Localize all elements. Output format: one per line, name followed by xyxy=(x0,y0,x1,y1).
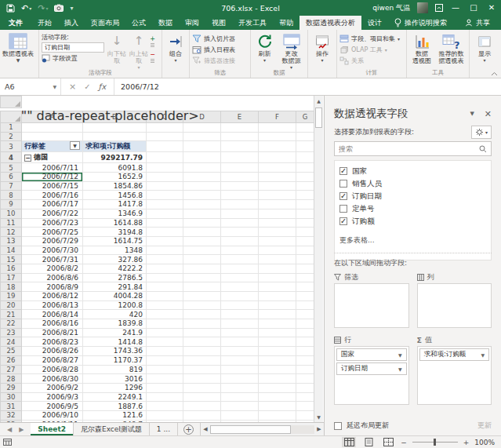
cell[interactable] xyxy=(221,132,259,141)
cell[interactable] xyxy=(183,402,221,411)
cell[interactable] xyxy=(183,310,221,319)
change-data-source-button[interactable]: 更改 数据源 ▾ xyxy=(278,31,305,70)
date-cell[interactable]: 2006/8/23 xyxy=(22,337,83,347)
row-header[interactable]: 32 xyxy=(1,410,22,420)
cell[interactable] xyxy=(147,132,183,141)
scroll-down-icon[interactable]: ▼ xyxy=(314,412,323,422)
cell[interactable] xyxy=(183,328,221,337)
cell[interactable] xyxy=(296,228,314,237)
cell[interactable] xyxy=(221,181,259,191)
actions-button[interactable]: 操作 ▾ xyxy=(310,31,334,63)
cell[interactable] xyxy=(259,132,296,141)
minimize-icon[interactable]: — xyxy=(450,0,461,16)
value-cell[interactable]: 2786.5 xyxy=(83,273,147,282)
ribbon-tab[interactable]: 视图 xyxy=(205,16,232,30)
cell[interactable] xyxy=(221,173,259,182)
cell[interactable] xyxy=(259,319,296,329)
field-item[interactable]: 销售人员 xyxy=(339,177,486,190)
fields-items-sets-button[interactable]: 字段、项目和集 ▾ xyxy=(339,34,400,44)
cell[interactable] xyxy=(221,337,259,347)
select-all-corner[interactable] xyxy=(1,111,22,123)
cell[interactable] xyxy=(296,282,314,292)
cell[interactable] xyxy=(147,292,183,301)
field-item[interactable]: 国家 xyxy=(339,165,486,177)
value-cell[interactable]: 1417.8 xyxy=(83,200,147,209)
row-header[interactable]: 26 xyxy=(1,355,22,365)
date-cell[interactable]: 2006/8/27 xyxy=(22,355,83,365)
date-cell[interactable]: 2006/7/11 xyxy=(22,163,83,173)
value-cell[interactable]: 1614.88 xyxy=(83,218,147,228)
column-header[interactable]: D xyxy=(183,111,221,123)
value-cell[interactable]: 1348 xyxy=(83,246,147,255)
cell[interactable] xyxy=(183,300,221,310)
olap-tools-button[interactable]: OLAP 工具 ▾ xyxy=(339,45,400,55)
active-field-input[interactable] xyxy=(42,42,104,53)
cell[interactable] xyxy=(296,141,314,152)
date-cell[interactable]: 2006/9/10 xyxy=(22,410,83,420)
row-header[interactable]: 11 xyxy=(1,218,22,228)
row-header[interactable]: 5 xyxy=(1,163,22,173)
cell[interactable] xyxy=(147,383,183,392)
row-header[interactable]: 9 xyxy=(1,200,22,209)
add-sheet-icon[interactable]: + xyxy=(183,424,194,435)
cell[interactable] xyxy=(183,319,221,329)
cell[interactable] xyxy=(183,228,221,237)
cell[interactable] xyxy=(147,191,183,200)
cell[interactable] xyxy=(183,410,221,420)
row-header[interactable]: 19 xyxy=(1,292,22,301)
row-header[interactable]: 18 xyxy=(1,282,22,292)
cell[interactable] xyxy=(221,402,259,411)
cell[interactable] xyxy=(221,292,259,301)
filter-dropdown-icon[interactable]: ▼ xyxy=(70,141,80,150)
cell[interactable] xyxy=(296,410,314,420)
cell[interactable] xyxy=(259,163,296,173)
date-cell[interactable]: 2006/7/23 xyxy=(22,218,83,228)
cell[interactable] xyxy=(259,337,296,347)
enter-icon[interactable] xyxy=(84,82,90,91)
cell[interactable] xyxy=(83,132,147,141)
value-cell[interactable]: 121.6 xyxy=(83,410,147,420)
sheet-tab[interactable]: 1 ... xyxy=(150,423,178,435)
cell[interactable] xyxy=(147,410,183,420)
cell[interactable] xyxy=(296,264,314,273)
value-cell[interactable]: 241.9 xyxy=(83,328,147,337)
cell[interactable] xyxy=(221,246,259,255)
cell[interactable] xyxy=(259,246,296,255)
cell[interactable] xyxy=(296,273,314,282)
cell[interactable] xyxy=(147,328,183,337)
cell[interactable] xyxy=(259,392,296,402)
value-cell[interactable]: 1456.8 xyxy=(83,191,147,200)
name-box-dropdown-icon[interactable]: ▼ xyxy=(53,84,56,89)
row-header[interactable]: 30 xyxy=(1,392,22,402)
date-cell[interactable]: 2006/9/5 xyxy=(22,402,83,411)
cell[interactable] xyxy=(259,264,296,273)
value-cell[interactable]: 1652.9 xyxy=(83,173,147,182)
field-checkbox[interactable] xyxy=(339,180,347,188)
cell[interactable] xyxy=(147,200,183,209)
cell[interactable] xyxy=(259,402,296,411)
cell[interactable] xyxy=(147,402,183,411)
cell[interactable] xyxy=(183,152,221,163)
undo-button[interactable]: ↶▾ xyxy=(21,3,31,13)
cell[interactable] xyxy=(221,163,259,173)
scroll-left-icon[interactable]: ◀ xyxy=(201,426,210,432)
select-all-corner[interactable] xyxy=(1,97,22,108)
cell[interactable] xyxy=(259,191,296,200)
scroll-right-icon[interactable]: ▶ xyxy=(314,426,324,432)
cell[interactable] xyxy=(221,209,259,218)
name-box[interactable]: A6 ▼ xyxy=(0,78,61,95)
date-cell[interactable]: 2006/8/9 xyxy=(22,282,83,292)
cancel-icon[interactable] xyxy=(69,82,76,92)
cell[interactable] xyxy=(221,319,259,329)
pane-tools-button[interactable]: ▾ xyxy=(471,126,492,139)
pivot-total-cell[interactable]: 929217.79 xyxy=(83,152,147,163)
tell-me-search[interactable]: 操作说明搜索 xyxy=(388,16,453,30)
ribbon-tab[interactable]: 插入 xyxy=(58,16,85,30)
cell[interactable] xyxy=(183,292,221,301)
cell[interactable] xyxy=(22,123,83,133)
value-cell[interactable]: 1614.75 xyxy=(83,236,147,246)
drill-up-button[interactable]: ↑ 向上钻 取 ▾ xyxy=(129,31,148,70)
collapse-ribbon-icon[interactable] xyxy=(491,71,498,76)
cell[interactable] xyxy=(183,392,221,402)
cell[interactable] xyxy=(259,273,296,282)
